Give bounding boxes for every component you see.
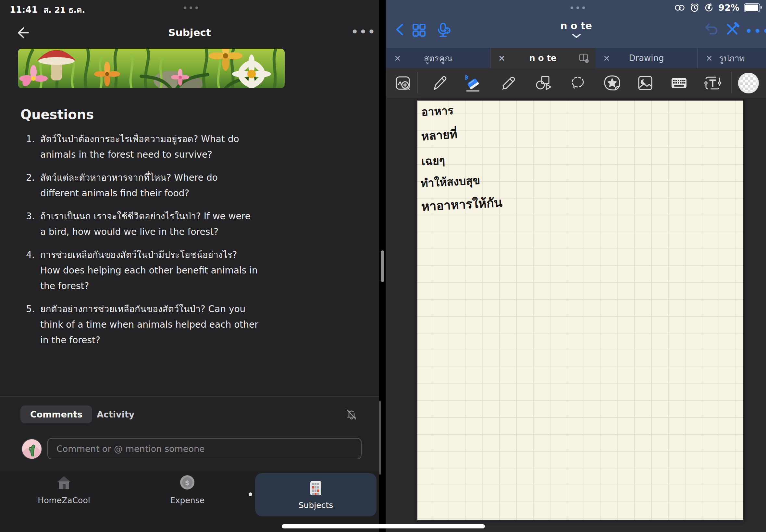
keyboard-icon[interactable] — [669, 73, 689, 93]
handwriting-line: อาหาร — [421, 102, 454, 121]
svg-text:$: $ — [185, 479, 189, 487]
undo-icon[interactable] — [704, 23, 719, 36]
tab-label: Drawing — [629, 53, 664, 63]
page-title: Subject — [0, 27, 379, 38]
list-number: 4. — [20, 247, 35, 294]
tab-pictures[interactable]: × รูปภาพ — [698, 48, 766, 68]
title-chevron-down-icon[interactable] — [572, 34, 581, 38]
list-item: 3. ถ้าเราเป็นนก เราจะใช้ชีวิตอย่างไรในป่… — [20, 209, 361, 240]
highlighter-icon[interactable] — [498, 73, 519, 93]
text-icon[interactable] — [702, 73, 723, 93]
tab-label: สูตรคูณ — [424, 52, 453, 65]
avatar[interactable] — [21, 439, 42, 459]
shapes-icon[interactable] — [533, 73, 554, 93]
tab-drawing[interactable]: × Drawing — [595, 48, 698, 68]
multitask-dots-right[interactable] — [571, 6, 585, 9]
question-list: 1. สัตว์ในป่าต้องการอะไรเพื่อความอยู่รอด… — [20, 131, 361, 356]
list-number: 1. — [20, 131, 35, 163]
list-item: 1. สัตว์ในป่าต้องการอะไรเพื่อความอยู่รอด… — [20, 131, 361, 163]
image-icon[interactable] — [635, 73, 656, 93]
close-pencil-icon[interactable] — [724, 21, 740, 37]
house-icon — [55, 474, 73, 491]
screen: 11:41 ส. 21 ธ.ค. Subject ••• — [0, 0, 766, 532]
pen-icon[interactable] — [429, 73, 450, 93]
notifications-off-icon[interactable] — [345, 407, 358, 421]
date: ส. 21 ธ.ค. — [43, 3, 85, 16]
note-toolbar — [386, 68, 766, 98]
tab-label: รูปภาพ — [719, 52, 745, 65]
note-tabbar: × สูตรคูณ × n o te × Drawing × รูปภาพ — [386, 48, 766, 68]
status-bar-left: 11:41 ส. 21 ธ.ค. — [10, 3, 85, 16]
clock: 11:41 — [10, 5, 38, 15]
scrollbar-handle[interactable] — [381, 250, 384, 282]
close-icon[interactable]: × — [394, 53, 401, 63]
tab-multiplication[interactable]: × สูตรคูณ — [386, 48, 491, 68]
multitask-dots-left[interactable] — [184, 6, 198, 9]
nav-item-homezacool[interactable]: HomeZaCool — [15, 474, 113, 505]
comment-input[interactable] — [47, 438, 361, 459]
note-menu-button[interactable]: ••• — [745, 25, 766, 38]
note-paper[interactable]: อาหาร หลายที่ เฉยๆ ทำให้สงบสุข หาอาหารให… — [418, 101, 743, 520]
banner-image — [18, 49, 285, 88]
toolbar-divider — [731, 72, 732, 93]
question-text[interactable]: ถ้าเราเป็นนก เราจะใช้ชีวิตอย่างไรในป่า? … — [40, 209, 258, 240]
lasso-icon[interactable] — [567, 73, 588, 93]
list-number: 2. — [20, 170, 35, 201]
handwriting-line: ทำให้สงบสุข — [420, 171, 481, 192]
close-icon[interactable]: × — [603, 53, 610, 63]
nav-separator-dot — [249, 492, 252, 496]
page-menu-button[interactable]: ••• — [351, 25, 376, 38]
nav-label: Expense — [170, 496, 204, 505]
nav-label: HomeZaCool — [38, 496, 90, 505]
battery-icon — [744, 3, 760, 12]
close-icon[interactable]: × — [706, 53, 713, 63]
zoom-writing-icon[interactable] — [393, 73, 414, 93]
list-item: 5. ยกตัวอย่างการช่วยเหลือกันของสัตว์ในป่… — [20, 301, 361, 348]
note-app-panel: 92% n o t — [386, 0, 766, 532]
tab-comments[interactable]: Comments — [20, 405, 92, 423]
status-bar-right: 92% — [674, 3, 760, 13]
nav-label: Subjects — [298, 501, 333, 510]
left-app-panel: 11:41 ส. 21 ธ.ค. Subject ••• — [0, 0, 379, 532]
list-number: 5. — [20, 301, 35, 348]
hotspot-icon — [674, 4, 685, 12]
handwriting-line: หลายที่ — [421, 125, 458, 146]
question-text[interactable]: ยกตัวอย่างการช่วยเหลือกันของสัตว์ในป่า? … — [40, 301, 258, 348]
subjects-grid-icon — [307, 480, 324, 497]
question-text[interactable]: การช่วยเหลือกันของสัตว์ในป่ามีประโยชน์อย… — [40, 247, 258, 294]
bluetooth-eraser-icon[interactable] — [462, 73, 482, 93]
question-text[interactable]: สัตว์ในป่าต้องการอะไรเพื่อความอยู่รอด? W… — [40, 131, 258, 163]
nav-item-subjects[interactable]: Subjects — [255, 473, 376, 516]
tab-label: n o te — [529, 53, 557, 63]
question-text[interactable]: สัตว์แต่ละตัวหาอาหารจากที่ไหน? Where do … — [40, 170, 258, 201]
tab-activity[interactable]: Activity — [97, 409, 134, 419]
coin-icon: $ — [178, 474, 196, 491]
note-topbar: 92% n o t — [386, 0, 766, 48]
list-item: 4. การช่วยเหลือกันของสัตว์ในป่ามีประโยชน… — [20, 247, 361, 294]
toolbar-divider — [418, 72, 418, 93]
tab-note[interactable]: × n o te — [491, 48, 595, 68]
scrollbar-track[interactable] — [379, 401, 381, 475]
close-icon[interactable]: × — [498, 53, 505, 63]
questions-heading: Questions — [20, 107, 94, 122]
handwriting-line: หาอาหารให้กัน — [421, 192, 503, 216]
color-swatch[interactable] — [738, 73, 759, 93]
rotation-lock-icon — [704, 3, 714, 13]
list-number: 3. — [20, 209, 35, 240]
list-item: 2. สัตว์แต่ละตัวหาอาหารจากที่ไหน? Where … — [20, 170, 361, 201]
section-divider — [0, 396, 379, 397]
split-page-icon[interactable] — [578, 53, 590, 63]
nav-item-expense[interactable]: $ Expense — [139, 474, 236, 505]
battery-percent: 92% — [718, 3, 739, 13]
alarm-icon — [690, 3, 699, 13]
bottom-nav: HomeZaCool $ Expense — [0, 471, 379, 532]
handwriting-line: เฉยๆ — [421, 151, 445, 170]
sticker-star-icon[interactable] — [602, 73, 623, 93]
home-indicator[interactable] — [282, 524, 485, 528]
